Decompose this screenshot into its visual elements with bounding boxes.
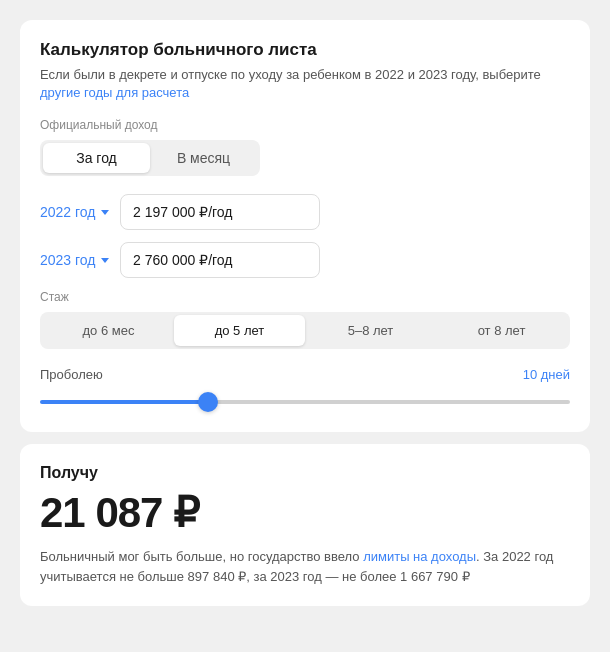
year-2022-input[interactable] [120,194,320,230]
slider-header: Проболею 10 дней [40,367,570,382]
year-2023-input[interactable] [120,242,320,278]
year-2023-chevron-icon [101,258,109,263]
days-slider[interactable] [40,400,570,404]
calculator-card: Калькулятор больничного листа Если были … [20,20,590,432]
year-2022-row: 2022 год [40,194,570,230]
income-period-toggle: За год В месяц [40,140,260,176]
stazh-toggle: до 6 мес до 5 лет 5–8 лет от 8 лет [40,312,570,349]
year-2023-selector[interactable]: 2023 год [40,252,120,268]
year-2022-chevron-icon [101,210,109,215]
year-2022-selector[interactable]: 2022 год [40,204,120,220]
result-amount: 21 087 ₽ [40,488,570,537]
result-label: Получу [40,464,570,482]
slider-label: Проболею [40,367,103,382]
calculator-description: Если были в декрете и отпуске по уходу з… [40,66,570,102]
slider-value: 10 дней [523,367,570,382]
per-year-button[interactable]: За год [43,143,150,173]
stazh-over-8years[interactable]: от 8 лет [436,315,567,346]
result-card: Получу 21 087 ₽ Больничный мог быть боль… [20,444,590,606]
other-years-link[interactable]: другие годы для расчета [40,85,189,100]
limits-link[interactable]: лимиты на доходы [363,549,476,564]
year-2023-row: 2023 год [40,242,570,278]
stazh-5-8years[interactable]: 5–8 лет [305,315,436,346]
stazh-label: Стаж [40,290,570,304]
result-note: Больничный мог быть больше, но государст… [40,547,570,586]
slider-container [40,390,570,408]
income-label: Официальный доход [40,118,570,132]
per-month-button[interactable]: В месяц [150,143,257,173]
stazh-under-6months[interactable]: до 6 мес [43,315,174,346]
stazh-under-5years[interactable]: до 5 лет [174,315,305,346]
calculator-title: Калькулятор больничного листа [40,40,570,60]
